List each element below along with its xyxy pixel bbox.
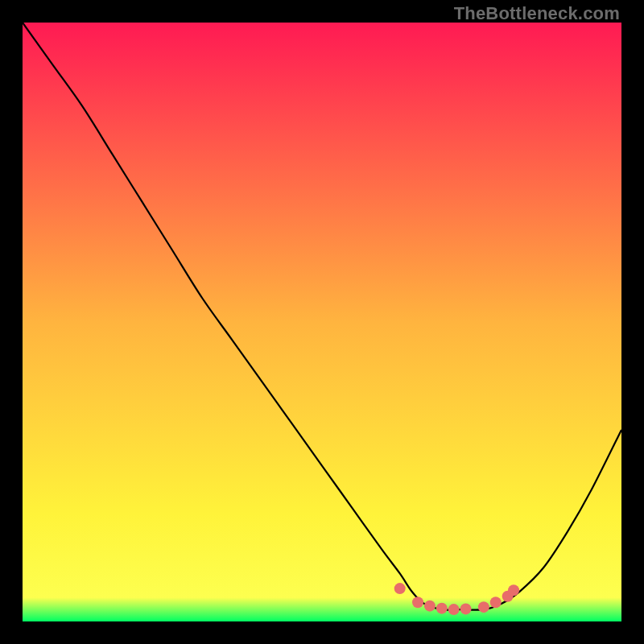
marker-dot xyxy=(412,597,423,608)
watermark-text: TheBottleneck.com xyxy=(454,3,620,24)
marker-dot xyxy=(448,604,460,615)
gradient-background xyxy=(23,23,621,621)
marker-dot xyxy=(424,601,436,612)
marker-dot xyxy=(508,584,519,596)
marker-dot xyxy=(436,603,448,614)
chart-frame xyxy=(23,23,621,621)
marker-dot xyxy=(394,583,406,594)
marker-dot xyxy=(490,597,502,608)
marker-dot xyxy=(478,601,489,613)
bottleneck-chart xyxy=(23,23,621,621)
marker-dot xyxy=(460,603,472,614)
